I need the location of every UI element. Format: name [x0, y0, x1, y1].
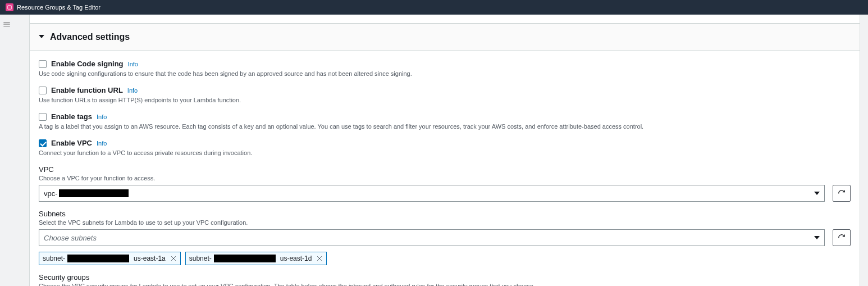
subnets-field-sub: Select the VPC subnets for Lambda to use… [39, 219, 851, 226]
subnet-token: subnet-us-east-1a [39, 252, 181, 265]
top-nav-bar: Resource Groups & Tag Editor [0, 0, 868, 15]
svg-rect-0 [8, 6, 12, 10]
vpc-checkbox[interactable] [39, 139, 47, 147]
security-groups-field: Security groups Choose the VPC security … [39, 273, 851, 286]
subnets-refresh-button[interactable] [833, 229, 851, 246]
redacted-subnet-id [67, 255, 129, 262]
svg-marker-5 [814, 192, 820, 195]
vpc-field: VPC Choose a VPC for your function to ac… [39, 165, 851, 202]
side-nav-toggle-icon[interactable] [3, 20, 11, 286]
function-url-checkbox[interactable] [39, 87, 47, 94]
subnet-token-prefix: subnet- [43, 255, 65, 262]
vpc-desc: Connect your function to a VPC to access… [39, 149, 851, 156]
option-tags: Enable tags Info A tag is a label that y… [39, 112, 851, 130]
sg-field-sub: Choose the VPC security groups for Lambd… [39, 283, 851, 286]
caret-down-icon [814, 234, 820, 242]
subnets-field-label: Subnets [39, 210, 851, 218]
function-url-label: Enable function URL [51, 86, 123, 94]
option-vpc: Enable VPC Info Connect your function to… [39, 139, 851, 156]
tags-desc: A tag is a label that you assign to an A… [39, 123, 851, 130]
vpc-select-value: vpc- [44, 189, 129, 198]
advanced-settings-body: Enable Code signing Info Use code signin… [29, 51, 860, 286]
function-url-info-link[interactable]: Info [127, 87, 138, 94]
caret-down-icon [39, 33, 44, 41]
subnet-token-row: subnet-us-east-1asubnet-us-east-1d [39, 252, 851, 265]
code-signing-info-link[interactable]: Info [128, 61, 138, 67]
sg-field-label: Security groups [39, 273, 851, 282]
option-code-signing: Enable Code signing Info Use code signin… [39, 60, 851, 77]
vpc-select[interactable]: vpc- [39, 185, 825, 202]
redacted-vpc-id [59, 189, 129, 197]
tags-checkbox[interactable] [39, 113, 47, 121]
option-function-url: Enable function URL Info Use function UR… [39, 86, 851, 103]
redacted-subnet-id [214, 255, 276, 262]
vpc-field-sub: Choose a VPC for your function to access… [39, 175, 851, 181]
subnet-token: subnet-us-east-1d [185, 252, 327, 265]
subnets-field: Subnets Select the VPC subnets for Lambd… [39, 210, 851, 265]
code-signing-label: Enable Code signing [51, 60, 124, 68]
service-logo-icon [6, 3, 13, 11]
svg-marker-4 [39, 35, 44, 38]
tags-label: Enable tags [51, 112, 92, 121]
vpc-info-link[interactable]: Info [97, 140, 107, 147]
vpc-label: Enable VPC [51, 139, 92, 147]
svg-marker-6 [814, 236, 820, 239]
caret-down-icon [814, 189, 820, 198]
service-name[interactable]: Resource Groups & Tag Editor [17, 4, 100, 11]
code-signing-checkbox[interactable] [39, 60, 47, 68]
vpc-field-label: VPC [39, 165, 851, 174]
subnets-placeholder: Choose subnets [44, 234, 97, 242]
code-signing-desc: Use code signing configurations to ensur… [39, 70, 851, 77]
vpc-refresh-button[interactable] [833, 185, 851, 202]
subnet-token-az: us-east-1d [280, 255, 312, 262]
previous-panel-bottom [29, 15, 860, 24]
tags-info-link[interactable]: Info [97, 114, 107, 120]
subnet-token-az: us-east-1a [134, 255, 166, 262]
section-title: Advanced settings [50, 32, 130, 42]
remove-subnet-icon[interactable] [170, 255, 177, 262]
function-url-desc: Use function URLs to assign HTTP(S) endp… [39, 97, 851, 103]
subnet-token-prefix: subnet- [189, 255, 212, 262]
remove-subnet-icon[interactable] [316, 255, 323, 262]
advanced-settings-header[interactable]: Advanced settings [29, 24, 860, 51]
subnets-select[interactable]: Choose subnets [39, 229, 825, 246]
